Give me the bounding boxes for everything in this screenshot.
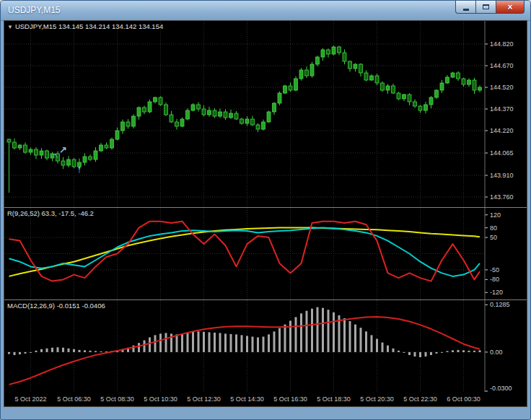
time-label: 5 Oct 22:30 xyxy=(403,395,437,403)
svg-text:50: 50 xyxy=(490,234,497,241)
metatrader-window: USDJPY,M15 × 144.820144.670144.520144.37… xyxy=(0,0,531,420)
svg-text:144.520: 144.520 xyxy=(490,84,514,91)
time-label: 5 Oct 06:30 xyxy=(57,395,91,403)
window-resize-border[interactable] xyxy=(1,408,530,419)
time-label: 5 Oct 16:30 xyxy=(273,395,307,403)
close-icon: × xyxy=(507,3,512,12)
r-indicator-panel[interactable]: 1208050-50-80-120 R(9,26,52) 63.3, -17.5… xyxy=(4,208,527,299)
svg-text:144.220: 144.220 xyxy=(490,127,514,134)
time-label: 6 Oct 00:30 xyxy=(447,395,480,403)
svg-text:80: 80 xyxy=(490,224,497,232)
svg-text:143.760: 143.760 xyxy=(490,193,514,201)
time-label: 5 Oct 08:30 xyxy=(100,395,134,403)
svg-text:0.00: 0.00 xyxy=(490,349,503,356)
maximize-icon xyxy=(483,4,489,9)
time-label: 5 Oct 20:30 xyxy=(360,395,394,403)
macd-canvas[interactable]: 0.12850.00-0.0300 xyxy=(4,300,527,392)
buy-arrow-icon: ↑ xyxy=(76,162,82,175)
window-controls: × xyxy=(455,1,525,14)
main-chart-label: ▼USDJPY,M15 134.145 134.214 134.142 134.… xyxy=(7,22,163,30)
time-label: 5 Oct 14:30 xyxy=(230,395,264,403)
macd-histogram xyxy=(8,307,481,357)
window-title: USDJPY,M15 xyxy=(8,5,60,15)
chart-area: 144.820144.670144.520144.370144.220144.0… xyxy=(4,20,527,407)
svg-text:-120: -120 xyxy=(490,289,503,296)
macd-panel[interactable]: 0.12850.00-0.0300 MACD(12,26,9) -0.0151 … xyxy=(4,300,527,392)
svg-text:144.670: 144.670 xyxy=(490,62,514,69)
svg-text:144.065: 144.065 xyxy=(490,149,514,157)
buy-arrow-icon: ↗ xyxy=(59,144,67,155)
time-label: 5 Oct 12:30 xyxy=(187,395,221,403)
svg-text:143.910: 143.910 xyxy=(490,172,514,179)
minimize-button[interactable] xyxy=(455,1,475,14)
r-slow-line xyxy=(9,228,480,276)
window-titlebar[interactable]: USDJPY,M15 × xyxy=(1,1,530,21)
svg-text:-80: -80 xyxy=(490,276,499,283)
main-chart-canvas[interactable]: 144.820144.670144.520144.370144.220144.0… xyxy=(4,21,527,207)
time-label: 5 Oct 2022 xyxy=(14,395,46,403)
ohlc-readout: USDJPY,M15 134.145 134.214 134.142 134.1… xyxy=(15,22,163,30)
svg-text:-0.0300: -0.0300 xyxy=(490,385,512,392)
time-label: 5 Oct 18:30 xyxy=(317,395,351,403)
svg-text:0.1285: 0.1285 xyxy=(490,301,510,308)
main-chart-panel[interactable]: 144.820144.670144.520144.370144.220144.0… xyxy=(4,21,527,207)
r-indicator-canvas[interactable]: 1208050-50-80-120 xyxy=(4,208,527,299)
macd-label: MACD(12,26,9) -0.0151 -0.0406 xyxy=(7,302,105,310)
minimize-icon xyxy=(463,9,469,11)
svg-text:-50: -50 xyxy=(490,266,499,274)
r-indicator-label: R(9,26,52) 63.3, -17.5, -46.2 xyxy=(7,209,94,217)
svg-text:120: 120 xyxy=(490,211,501,219)
svg-text:144.820: 144.820 xyxy=(490,40,514,48)
r-mid-line xyxy=(9,228,480,276)
svg-text:144.370: 144.370 xyxy=(490,105,514,113)
close-button[interactable]: × xyxy=(496,1,525,14)
time-axis[interactable]: 5 Oct 20225 Oct 06:305 Oct 08:305 Oct 10… xyxy=(4,392,527,408)
time-label: 5 Oct 10:30 xyxy=(144,395,177,403)
symbol-dropdown-icon[interactable]: ▼ xyxy=(7,24,13,30)
maximize-button[interactable] xyxy=(475,1,496,14)
